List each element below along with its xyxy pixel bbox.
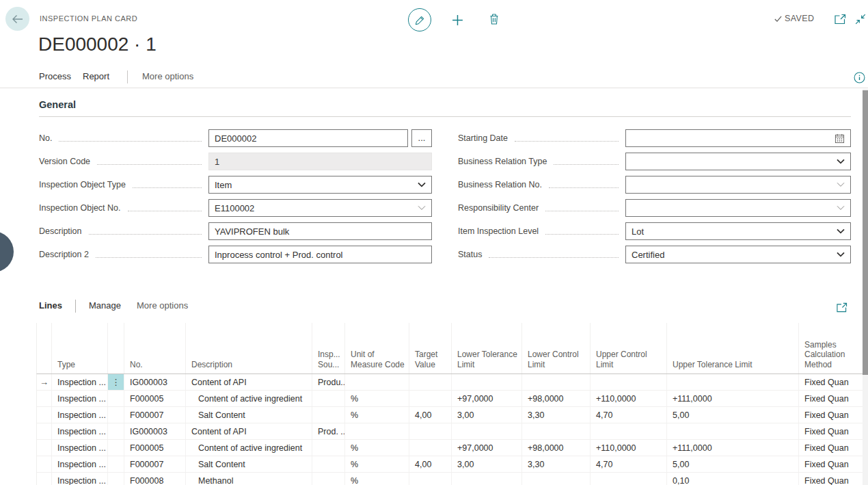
cell-uom[interactable] xyxy=(345,423,409,439)
side-panel-handle[interactable] xyxy=(0,231,14,272)
column-header-description[interactable]: Description xyxy=(186,323,312,373)
cell-samples[interactable]: Fixed Quan xyxy=(799,456,868,472)
info-button[interactable] xyxy=(853,71,865,83)
cell-ucl[interactable]: 4,70 xyxy=(591,456,667,472)
status-select[interactable]: Certified xyxy=(625,246,851,263)
lines-more-options-button[interactable]: More options xyxy=(137,300,188,311)
cell-lcl[interactable] xyxy=(522,423,591,439)
cell-type[interactable]: Inspection ... xyxy=(52,407,108,423)
item-inspection-level-select[interactable]: Lot xyxy=(625,222,851,240)
tab-process[interactable]: Process xyxy=(39,71,71,81)
column-header-target[interactable]: Target Value xyxy=(409,323,452,373)
cell-insp_source[interactable]: Prod. ... xyxy=(312,423,345,439)
column-header-uom[interactable]: Unit of Measure Code xyxy=(345,323,409,373)
cell-utl[interactable]: +111,0000 xyxy=(667,391,799,406)
table-row[interactable]: Inspection ...F000007Salt Content%4,003,… xyxy=(37,407,868,423)
cell-ltl[interactable] xyxy=(452,374,522,390)
description-2-input[interactable] xyxy=(215,250,426,260)
cell-insp_source[interactable] xyxy=(312,391,345,406)
cell-uom[interactable]: % xyxy=(345,440,409,456)
column-header-utl[interactable]: Upper Tolerance Limit xyxy=(667,323,799,373)
cell-utl[interactable]: 5,00 xyxy=(667,456,799,472)
description-input[interactable] xyxy=(215,226,426,237)
tab-manage[interactable]: Manage xyxy=(89,300,121,311)
table-row[interactable]: Inspection ...F000008Methanol%0,10Fixed … xyxy=(37,473,868,485)
cell-uom[interactable] xyxy=(345,374,409,390)
business-relation-no-input[interactable] xyxy=(632,180,837,190)
starting-date-input[interactable] xyxy=(632,133,835,144)
cell-target[interactable] xyxy=(409,440,452,456)
edit-button[interactable] xyxy=(408,8,431,31)
cell-lcl[interactable] xyxy=(522,473,591,485)
cell-no[interactable]: IG000003 xyxy=(124,423,186,439)
table-row[interactable]: →Inspection ...⋮IG000003Content of APIPr… xyxy=(37,374,868,391)
cell-samples[interactable]: Fixed Quan xyxy=(799,391,868,406)
cell-description[interactable]: Salt Content xyxy=(186,407,312,423)
cell-uom[interactable]: % xyxy=(345,473,409,485)
table-row[interactable]: Inspection ...F000007Salt Content%4,003,… xyxy=(37,456,868,473)
delete-button[interactable] xyxy=(487,12,502,27)
cell-description[interactable]: Content of active ingredient xyxy=(186,391,312,406)
cell-ucl[interactable] xyxy=(591,473,667,485)
cell-description[interactable]: Salt Content xyxy=(186,456,312,472)
cell-samples[interactable]: Fixed Quan xyxy=(799,407,868,423)
lines-focus-mode-button[interactable] xyxy=(835,301,848,313)
cell-target[interactable] xyxy=(409,473,452,485)
open-in-window-button[interactable] xyxy=(833,13,847,25)
cell-description[interactable]: Methanol xyxy=(186,473,312,485)
cell-ucl[interactable] xyxy=(591,423,667,439)
cell-target[interactable]: 4,00 xyxy=(409,407,452,423)
column-header-no[interactable]: No. xyxy=(124,323,186,373)
cell-ltl[interactable]: +97,0000 xyxy=(452,440,522,456)
cell-no[interactable]: IG000003 xyxy=(124,374,186,390)
inspection-object-type-select[interactable]: Item xyxy=(208,176,432,194)
cell-lcl[interactable]: +98,0000 xyxy=(522,440,591,456)
cell-description[interactable]: Content of API xyxy=(186,423,312,439)
cell-insp_source[interactable] xyxy=(312,473,345,485)
vertical-scrollbar-thumb[interactable] xyxy=(863,90,868,375)
back-button[interactable] xyxy=(5,7,29,31)
cell-no[interactable]: F000005 xyxy=(124,391,186,406)
no-assist-button[interactable]: ... xyxy=(411,129,432,147)
section-general-heading[interactable]: General xyxy=(39,99,76,110)
cell-insp_source[interactable]: Produ... xyxy=(312,374,345,390)
cell-type[interactable]: Inspection ... xyxy=(52,391,108,406)
cell-uom[interactable]: % xyxy=(345,391,409,406)
cell-uom[interactable]: % xyxy=(345,407,409,423)
column-header-ltl[interactable]: Lower Tolerance Limit xyxy=(452,323,522,373)
cell-samples[interactable]: Fixed Quan xyxy=(799,440,868,456)
column-header-insp_source[interactable]: Insp... Sou... xyxy=(312,323,345,373)
cell-insp_source[interactable] xyxy=(312,440,345,456)
cell-no[interactable]: F000007 xyxy=(124,407,186,423)
cell-ltl[interactable]: +97,0000 xyxy=(452,391,522,406)
new-button[interactable] xyxy=(450,12,465,27)
cell-description[interactable]: Content of active ingredient xyxy=(186,440,312,456)
cell-target[interactable] xyxy=(409,374,452,390)
cell-type[interactable]: Inspection ... xyxy=(52,473,108,485)
cell-samples[interactable]: Fixed Quan xyxy=(799,473,868,485)
responsibility-center-input[interactable] xyxy=(632,203,837,213)
cell-samples[interactable]: Fixed Quan xyxy=(799,423,868,439)
column-header-samples[interactable]: Samples Calculation Method xyxy=(799,323,868,373)
cell-ltl[interactable] xyxy=(452,473,522,485)
table-row[interactable]: Inspection ...IG000003Content of APIProd… xyxy=(37,423,868,440)
column-header-lcl[interactable]: Lower Control Limit xyxy=(522,323,591,373)
tab-lines[interactable]: Lines xyxy=(39,300,62,311)
business-relation-type-select[interactable] xyxy=(625,153,851,170)
cell-utl[interactable]: 0,10 xyxy=(667,473,799,485)
table-row[interactable]: Inspection ...F000005Content of active i… xyxy=(37,440,868,456)
cell-no[interactable]: F000005 xyxy=(124,440,186,456)
cell-lcl[interactable]: 3,30 xyxy=(522,407,591,423)
cell-ltl[interactable]: 3,00 xyxy=(452,456,522,472)
cell-ucl[interactable]: +110,0000 xyxy=(591,440,667,456)
cell-ucl[interactable] xyxy=(591,374,667,390)
inspection-object-no-input[interactable] xyxy=(215,203,418,213)
cell-target[interactable]: 4,00 xyxy=(409,456,452,472)
cell-ltl[interactable]: 3,00 xyxy=(452,407,522,423)
more-options-button[interactable]: More options xyxy=(142,71,193,81)
cell-ucl[interactable]: 4,70 xyxy=(591,407,667,423)
cell-type[interactable]: Inspection ... xyxy=(52,456,108,472)
cell-type[interactable]: Inspection ... xyxy=(52,374,108,390)
cell-insp_source[interactable] xyxy=(312,407,345,423)
cell-ucl[interactable]: +110,0000 xyxy=(591,391,667,406)
